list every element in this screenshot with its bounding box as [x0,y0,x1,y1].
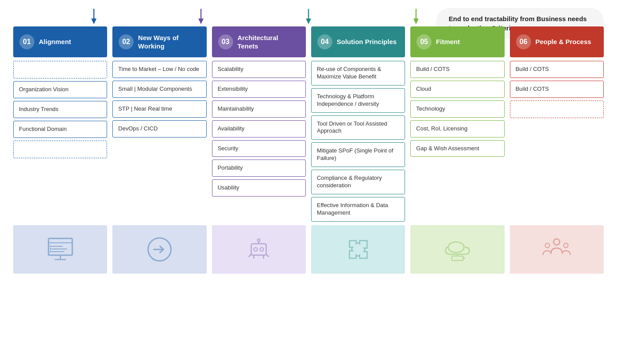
svg-point-34 [554,239,560,245]
col2-item-1: Small | Modular Components [112,81,206,98]
col3-bg [212,225,306,274]
col6-item-0: Build / COTS [510,61,604,78]
col5-items: Build / COTS Cloud Technology Cost, RoI,… [410,61,504,222]
svg-marker-5 [306,19,311,24]
col1-icon [13,225,107,274]
svg-point-35 [545,243,550,248]
col3-icon [212,225,306,274]
col1-bg [13,225,107,274]
col1-item-3: Functional Domain [13,121,107,138]
col6-num: 06 [516,34,531,49]
arrow-col2 [67,9,121,24]
col5-bg [410,225,504,274]
col5-item-2: Technology [410,100,504,118]
svg-point-30 [448,242,464,253]
col3-num: 03 [218,34,233,49]
col4-icon [311,225,405,274]
col2-item-2: STP | Near Real time [112,100,206,118]
col2-item-0: Time to Market – Low / No code [112,61,206,78]
svg-line-26 [249,254,251,257]
svg-line-27 [266,254,269,257]
col5-item-4: Gap & Wish Assessment [410,140,504,157]
col1-item-0 [13,61,107,78]
arrow-col4 [282,9,335,24]
col6-items: Build / COTS Build / COTS [510,61,604,222]
svg-point-33 [463,257,465,259]
col3-items: Scalability Extensibility Maintainabilit… [212,61,306,222]
svg-point-16 [50,248,52,250]
col3-item-2: Maintainability [212,100,306,118]
col5-num: 05 [416,34,431,49]
col1-item-2: Industry Trends [13,101,107,118]
column-alignment: 01 Alignment Organization Vision Industr… [13,26,107,274]
col5-item-3: Cost, RoI, Licensing [410,120,504,137]
col3-title: Architectural Tenets [238,33,300,51]
svg-point-17 [50,251,52,253]
arrow-col5 [389,9,443,24]
column-arch-tenets: 03 Architectural Tenets Scalability Exte… [212,26,306,274]
col3-item-0: Scalability [212,61,306,78]
col3-item-1: Extensibility [212,81,306,98]
col4-item-3: Mitigate SPoF (Single Point of Failure) [311,142,405,167]
col4-bg [311,225,405,274]
col3-item-4: Security [212,140,306,157]
col4-items: Re-use of Components & Maximize Value Be… [311,61,405,222]
col5-title: Fitment [436,37,460,46]
svg-point-15 [50,245,52,247]
svg-point-25 [257,239,260,241]
col4-item-1: Technology & Platform Independence / div… [311,88,405,113]
col3-item-6: Usability [212,179,306,197]
col1-item-4 [13,141,107,158]
col4-item-2: Tool Driven or Tool Assisted Approach [311,115,405,140]
col1-num: 01 [19,34,34,49]
col1-title: Alignment [39,37,71,46]
svg-marker-3 [198,19,204,24]
col1-items: Organization Vision Industry Trends Func… [13,61,107,222]
arrow-col3 [174,9,228,24]
svg-marker-1 [91,19,97,24]
svg-marker-7 [413,19,419,24]
column-new-ways: 02 New Ways of Working Time to Market – … [112,26,206,274]
col1-header: 01 Alignment [13,26,107,57]
col5-icon [410,225,504,274]
col3-item-5: Portability [212,160,306,177]
svg-point-36 [564,243,568,248]
svg-point-22 [254,248,257,251]
col6-title: People & Process [535,37,591,46]
column-fitment: 05 Fitment Build / COTS Cloud Technology… [410,26,504,274]
col5-header: 05 Fitment [410,26,504,57]
col6-item-2 [510,100,604,118]
col6-item-1: Build / COTS [510,81,604,98]
col4-title: Solution Principles [337,37,397,46]
col2-icon [112,225,206,274]
col4-item-5: Effective Information & Data Management [311,197,405,222]
col4-header: 04 Solution Principles [311,26,405,57]
columns-container: 01 Alignment Organization Vision Industr… [9,26,608,274]
col2-header: 02 New Ways of Working [112,26,206,57]
col1-item-1: Organization Vision [13,81,107,98]
col2-title: New Ways of Working [138,33,200,51]
col4-item-0: Re-use of Components & Maximize Value Be… [311,61,405,85]
col2-item-3: DevOps / CICD [112,120,206,137]
col2-items: Time to Market – Low / No code Small | M… [112,61,206,222]
col5-item-0: Build / COTS [410,61,504,78]
col6-icon [510,225,604,274]
col5-item-1: Cloud [410,81,504,98]
col4-num: 04 [317,34,332,49]
col3-header: 03 Architectural Tenets [212,26,306,57]
col6-bg [510,225,604,274]
svg-point-23 [260,248,264,251]
column-solution-principles: 04 Solution Principles Re-use of Compone… [311,26,405,274]
col6-header: 06 People & Process [510,26,604,57]
col2-num: 02 [119,34,134,49]
svg-rect-31 [452,256,463,260]
col3-item-3: Availability [212,120,306,137]
col4-item-4: Compliance & Regulatory consideration [311,170,405,194]
page-wrapper: End to end tractability from Business ne… [0,0,617,364]
column-people-process: 06 People & Process Build / COTS Build /… [510,26,604,274]
col2-bg [112,225,206,274]
